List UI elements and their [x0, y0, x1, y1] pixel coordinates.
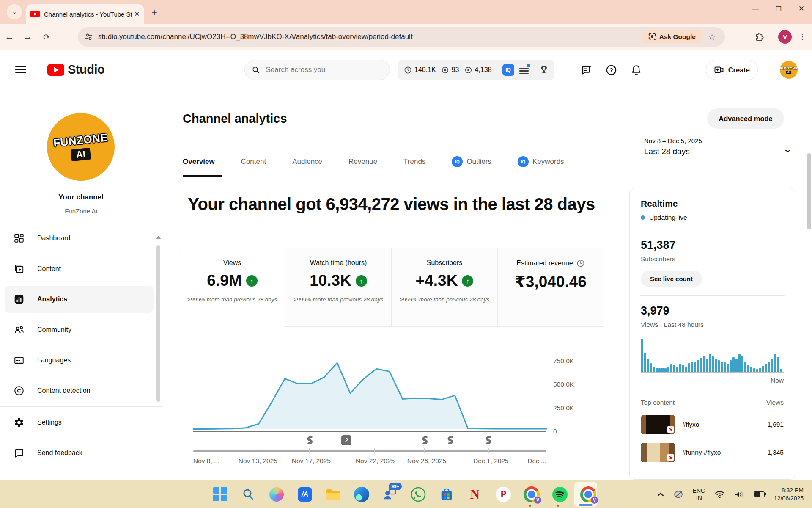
video-title[interactable]: #funny #flyxo — [682, 449, 760, 456]
views-line-chart[interactable] — [193, 359, 546, 432]
tab-revenue[interactable]: Revenue — [348, 157, 377, 166]
channel-avatar[interactable]: FUNZONEAI — [780, 61, 798, 79]
tab-content[interactable]: Content — [241, 157, 266, 166]
metric-card-watch-time[interactable]: Watch time (hours) 10.3K ↑ >999% more th… — [285, 248, 392, 327]
spotify-button[interactable] — [551, 486, 568, 503]
browser-tab[interactable]: Channel analytics - YouTube Stu ✕ — [26, 4, 144, 24]
sidebar-item-community[interactable]: Community — [0, 315, 162, 345]
extensions-icon[interactable] — [755, 32, 764, 41]
channel-avatar-large[interactable]: FUNZONE AI — [47, 113, 115, 181]
ask-google-button[interactable]: Ask Google — [642, 30, 702, 43]
date-range-picker[interactable]: Nov 8 – Dec 5, 2025 Last 28 days ⌄ — [644, 137, 784, 156]
sidebar-scrollbar[interactable] — [156, 236, 160, 490]
taskbar-search-button[interactable] — [240, 486, 257, 503]
forward-button[interactable]: → — [19, 32, 37, 42]
content-icon — [14, 263, 25, 274]
shorts-marker-icon[interactable] — [445, 435, 455, 447]
tab-overview[interactable]: Overview — [183, 157, 215, 166]
metric-card-views[interactable]: Views 6.9M ↑ >999% more than previous 28… — [179, 248, 285, 327]
reload-button[interactable]: ⟳ — [37, 32, 56, 42]
language-indicator[interactable]: ENGIN — [693, 487, 705, 502]
microsoft-store-button[interactable] — [438, 486, 455, 503]
tab-keywords[interactable]: IQ Keywords — [518, 156, 564, 167]
sidebar-scrollbar-thumb[interactable] — [156, 245, 160, 402]
tab-outliers[interactable]: IQ Outliers — [452, 156, 491, 167]
tab-trends[interactable]: Trends — [403, 157, 425, 166]
bookmark-star-icon[interactable]: ☆ — [708, 32, 716, 42]
video-thumbnail[interactable] — [641, 443, 675, 462]
shorts-marker-icon[interactable] — [483, 435, 493, 447]
top-content-row[interactable]: #funny #flyxo 1,345 — [641, 443, 784, 462]
metric-card-subscribers[interactable]: Subscribers +4.3K ↑ >999% more than prev… — [392, 248, 498, 327]
sidebar-item-content[interactable]: Content — [0, 254, 162, 284]
iq-tool-icon[interactable]: IQ — [502, 64, 514, 76]
back-button[interactable]: ← — [0, 32, 19, 42]
chat-teams-button[interactable]: 99+ — [381, 486, 398, 503]
app-ia-button[interactable]: /A — [296, 486, 313, 503]
sidebar-item-dashboard[interactable]: Dashboard — [0, 223, 162, 254]
start-button[interactable] — [211, 486, 228, 503]
site-settings-icon[interactable] — [85, 33, 93, 41]
studio-search-box[interactable] — [244, 60, 390, 80]
file-explorer-button[interactable] — [325, 486, 342, 503]
scroll-up-arrow-icon[interactable] — [156, 236, 161, 239]
battery-icon[interactable] — [754, 491, 765, 497]
tasks-list-icon[interactable] — [519, 66, 529, 74]
realtime-bar — [673, 365, 675, 372]
browser-profile-avatar[interactable]: V — [778, 30, 792, 44]
realtime-bar-chart[interactable] — [641, 338, 784, 373]
chrome-profile-button[interactable]: V — [523, 486, 540, 503]
window-minimize-button[interactable]: — — [752, 5, 759, 13]
url-text[interactable]: studio.youtube.com/channel/UCjwO23H--O_3… — [98, 33, 642, 41]
window-close-button[interactable]: ✕ — [798, 4, 804, 13]
browser-menu-icon[interactable]: ⋮ — [798, 32, 806, 41]
chrome-active-button[interactable]: V — [580, 486, 597, 503]
top-content-row[interactable]: #flyxo 1,691 — [641, 415, 784, 434]
edge-button[interactable] — [353, 486, 370, 503]
chart-timeline-bar[interactable] — [193, 450, 546, 452]
whatsapp-button[interactable] — [410, 486, 427, 503]
trophy-icon[interactable] — [539, 65, 549, 75]
help-icon[interactable]: ? — [606, 64, 617, 76]
touchpad-off-icon[interactable] — [673, 490, 683, 499]
studio-header: Studio 140.1K 93 — [0, 50, 812, 90]
search-input[interactable] — [265, 65, 383, 75]
sidebar-item-settings[interactable]: Settings — [0, 407, 162, 438]
shorts-marker-icon[interactable] — [420, 435, 430, 447]
copilot-button[interactable] — [268, 486, 285, 503]
speaker-icon[interactable] — [734, 491, 744, 498]
tab-close-icon[interactable]: ✕ — [134, 10, 140, 18]
shorts-marker-icon[interactable] — [304, 435, 315, 447]
new-tab-button[interactable]: + — [151, 7, 157, 19]
channel-quick-stats[interactable]: 140.1K 93 4,138 IQ — [398, 60, 554, 80]
chevron-down-icon[interactable]: ⌄ — [783, 144, 793, 154]
page-scrollbar[interactable] — [807, 94, 811, 475]
tab-search-chevron-icon[interactable]: ⌄ — [7, 4, 22, 19]
page-scrollbar-thumb[interactable] — [807, 153, 811, 229]
wifi-icon[interactable] — [715, 491, 725, 498]
tab-audience[interactable]: Audience — [292, 157, 322, 166]
netflix-button[interactable]: N — [466, 486, 483, 503]
sidebar-item-analytics[interactable]: Analytics — [0, 284, 162, 315]
advanced-mode-button[interactable]: Advanced mode — [707, 108, 784, 129]
youtube-studio-logo[interactable]: Studio — [47, 63, 104, 77]
feedback-sparkle-icon[interactable] — [581, 64, 592, 76]
search-icon — [252, 65, 260, 75]
sidebar-item-send-feedback[interactable]: Send feedback — [0, 438, 162, 468]
video-thumbnail[interactable] — [641, 415, 675, 434]
clock-date[interactable]: 8:32 PM12/06/2025 — [774, 486, 804, 502]
hidden-icons-chevron[interactable] — [657, 492, 664, 497]
metric-card-revenue[interactable]: Estimated revenue ₹3,040.46 — [498, 248, 604, 327]
pinterest-button[interactable]: P — [495, 486, 512, 503]
video-count-badge[interactable]: 2 — [341, 435, 351, 445]
menu-hamburger-icon[interactable] — [15, 64, 26, 75]
see-live-count-button[interactable]: See live count — [641, 271, 702, 287]
video-title[interactable]: #flyxo — [682, 421, 760, 428]
notifications-bell-icon[interactable] — [631, 64, 642, 76]
window-restore-button[interactable]: ❐ — [776, 5, 781, 13]
url-bar[interactable]: studio.youtube.com/channel/UCjwO23H--O_3… — [78, 27, 725, 47]
sidebar-item-content-detection[interactable]: Content detection — [0, 375, 162, 406]
sidebar-item-languages[interactable]: Languages — [0, 345, 162, 375]
realtime-bar — [753, 368, 755, 372]
create-button[interactable]: Create — [706, 60, 758, 80]
